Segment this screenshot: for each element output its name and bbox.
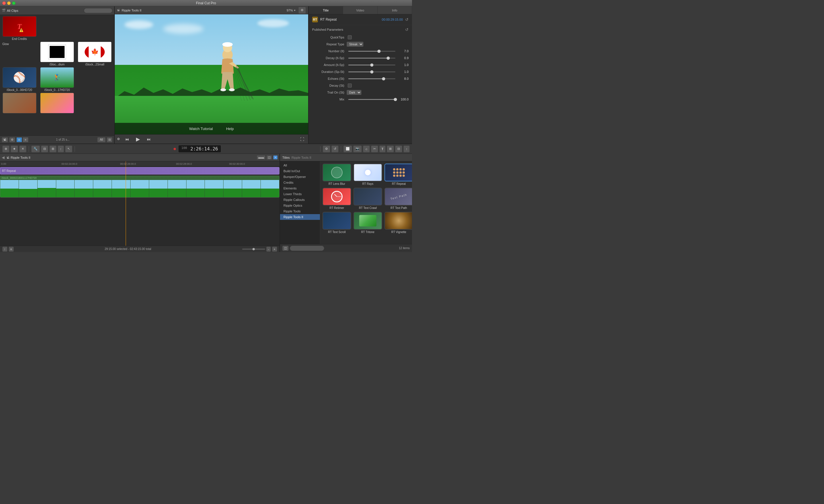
- clip-video[interactable]: iStock_0000218001117HD720: [0, 176, 280, 197]
- list-view-btn[interactable]: ≡: [23, 137, 28, 142]
- amount-slider[interactable]: [348, 65, 395, 66]
- title-item-rt-text-crawl[interactable]: RT Text Crawl: [353, 188, 382, 209]
- title-item-rt-vignette[interactable]: RT Vignette: [385, 212, 412, 234]
- titles-sidebar-toggle[interactable]: ◫: [282, 246, 289, 251]
- sidebar-item-ripple-callouts[interactable]: Ripple Callouts: [280, 197, 320, 203]
- zoom-in-btn[interactable]: +: [272, 246, 277, 252]
- tl-zoom-btn[interactable]: ◫: [267, 155, 272, 160]
- select-btn[interactable]: ↖: [65, 145, 72, 153]
- sidebar-item-elements[interactable]: Elements: [280, 185, 320, 191]
- list-item[interactable]: ⚾ iStock_0...06HD720: [1, 67, 37, 92]
- decay-it-slider[interactable]: [348, 58, 395, 59]
- tl-add-btn[interactable]: +: [273, 155, 278, 160]
- reset-button[interactable]: ↺: [405, 17, 409, 22]
- zoom-slider[interactable]: [242, 248, 265, 250]
- svg-point-2: [222, 42, 233, 47]
- text-btn[interactable]: T: [379, 145, 386, 153]
- trail-on-dropdown[interactable]: Dark: [346, 90, 362, 95]
- title-item-rt-tritone[interactable]: RT Tritone: [353, 212, 382, 234]
- status-bar-right: - +: [242, 246, 277, 252]
- tab-info[interactable]: Info: [378, 6, 412, 14]
- browser-clip-toggle[interactable]: 📽: [2, 137, 8, 142]
- title-item-lens-blur[interactable]: RT Lens Blur: [322, 164, 351, 185]
- fullscreen-button[interactable]: [12, 1, 15, 5]
- minimize-button[interactable]: [7, 1, 11, 5]
- sidebar-item-ripple-optics[interactable]: Ripple Optics: [280, 203, 320, 208]
- number-slider[interactable]: [348, 51, 395, 52]
- sidebar-item-credits[interactable]: Credits: [280, 180, 320, 185]
- clip-appearance-btn[interactable]: ⊟: [107, 137, 112, 142]
- fullscreen-button[interactable]: ⛶: [298, 136, 306, 142]
- timeline-back-btn[interactable]: ◀: [2, 155, 5, 160]
- add-btn[interactable]: ⊕: [2, 145, 9, 153]
- tab-title[interactable]: Title: [309, 6, 343, 14]
- zoom-out-btn[interactable]: -: [266, 246, 271, 252]
- list-item[interactable]: [39, 93, 75, 114]
- arrow-btn[interactable]: ↑: [58, 145, 64, 153]
- quicktips-checkbox[interactable]: [348, 35, 352, 39]
- title-item-rt-text-scroll[interactable]: RT Text Scroll: [322, 212, 351, 234]
- browser-search-input[interactable]: [84, 8, 112, 13]
- titles-search-input[interactable]: [290, 246, 324, 251]
- layout-btn[interactable]: ⊟: [395, 145, 402, 153]
- sidebar-item-lower-thirds[interactable]: Lower Thirds: [280, 191, 320, 197]
- duration-slider[interactable]: [348, 72, 395, 72]
- forward-button[interactable]: ⏭: [145, 136, 152, 142]
- browser-gear-btn[interactable]: ⚙: [9, 137, 15, 142]
- repeat-type-dropdown[interactable]: Streak: [346, 41, 364, 47]
- sidebar-item-ripple-tools[interactable]: Ripple Tools: [280, 208, 320, 214]
- help-btn[interactable]: Help: [224, 125, 236, 132]
- list-item[interactable]: [1, 93, 37, 114]
- clip-rt-repeat[interactable]: RT Repeat: [0, 167, 280, 175]
- view-toggle-btn[interactable]: ≡: [9, 246, 14, 252]
- title-item-rt-text-path[interactable]: Text Path RT Text Path: [385, 188, 412, 209]
- tools-btn[interactable]: ★: [11, 145, 18, 153]
- clip-btn[interactable]: ⬜: [343, 145, 352, 153]
- share-timeline-btn[interactable]: ↑: [2, 246, 7, 252]
- param-row-repeat-type: Repeat Type Streak: [312, 41, 409, 47]
- all-clips-btn[interactable]: All: [97, 137, 106, 142]
- connect-btn[interactable]: ⊞: [49, 145, 57, 153]
- viewer-panel: 📽 Ripple Tools II 97% ▾ ⚙: [115, 6, 309, 143]
- echoes-slider[interactable]: [348, 78, 395, 79]
- share-btn[interactable]: ↑: [403, 145, 410, 153]
- speed-btn[interactable]: ⚙: [323, 145, 330, 153]
- split-btn[interactable]: ⊟: [41, 145, 48, 153]
- mix-slider[interactable]: [348, 99, 395, 100]
- param-row-echoes: Echoes (St) 8.0: [312, 76, 409, 82]
- close-button[interactable]: [2, 1, 6, 5]
- title-item-rt-repeat[interactable]: RT Repeat: [385, 164, 412, 185]
- title-item-rt-rays[interactable]: RT Rays: [353, 164, 382, 185]
- list-item[interactable]: 🍁 iStock...2Small: [77, 41, 113, 66]
- undo-btn[interactable]: ↺: [331, 145, 338, 153]
- settings-btn[interactable]: 🔧: [31, 145, 40, 153]
- play-button[interactable]: ▶: [134, 135, 142, 143]
- tab-video[interactable]: Video: [343, 6, 378, 14]
- gen-btn[interactable]: ⊞: [387, 145, 394, 153]
- params-reset-btn[interactable]: ↺: [405, 27, 409, 32]
- browser-footer: 📽 ⚙ ⊞ ≡ 1 of 25 s... All: [0, 135, 114, 143]
- list-item[interactable]: T ⚠️ End Credits: [1, 16, 37, 40]
- delete-btn[interactable]: ✕: [19, 145, 26, 153]
- params-title: Published Parameters ↺: [312, 27, 409, 32]
- decay-st-checkbox[interactable]: [348, 84, 352, 88]
- cut-btn[interactable]: ✂: [371, 145, 378, 153]
- watch-tutorial-btn[interactable]: Watch Tutorial: [187, 125, 215, 132]
- separator-4: [341, 146, 341, 152]
- grid-view-btn[interactable]: ⊞: [16, 137, 22, 142]
- sidebar-item-ripple-tools-ii[interactable]: Ripple Tools II: [280, 214, 320, 220]
- sidebar-item-all[interactable]: All: [280, 163, 320, 168]
- track-row-video: iStock_0000218001117HD720: [0, 175, 280, 198]
- list-item[interactable]: iStoc...dium: [39, 41, 75, 66]
- audio-btn[interactable]: ♫: [363, 145, 370, 153]
- snapshot-btn[interactable]: 📷: [353, 145, 362, 153]
- tl-layout-btn[interactable]: ▬▬: [257, 155, 266, 160]
- title-label: RT Text Path: [391, 206, 407, 209]
- viewer-settings-btn[interactable]: ⚙: [298, 7, 306, 14]
- sidebar-item-bumper[interactable]: Bumper/Opener: [280, 174, 320, 180]
- rewind-button[interactable]: ⏮: [123, 136, 131, 142]
- list-item[interactable]: 🏌️ iStock_0...17HD720: [39, 67, 75, 92]
- title-item-rt-retimer[interactable]: RT Retimer: [322, 188, 351, 209]
- sidebar-item-build-in[interactable]: Build In/Out: [280, 168, 320, 174]
- title-label: RT Text Scroll: [328, 230, 346, 234]
